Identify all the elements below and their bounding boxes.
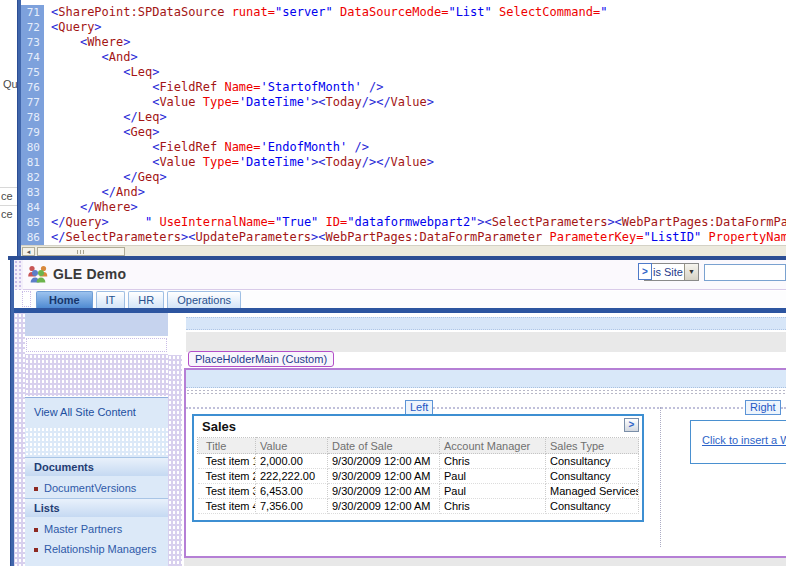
code-text: <FieldRef Name='StartofMonth' /> bbox=[44, 80, 383, 95]
insert-webpart-link[interactable]: Click to insert a W bbox=[702, 434, 786, 446]
clipped-text: ce bbox=[1, 208, 13, 220]
code-line[interactable]: 78 </Leq> bbox=[21, 110, 786, 125]
table-cell: Test item 3 bbox=[198, 484, 256, 499]
scrollbar-thumb[interactable] bbox=[37, 247, 125, 256]
tab-hr[interactable]: HR bbox=[128, 291, 164, 308]
quick-launch-sections: DocumentsDocumentVersionsListsMaster Par… bbox=[25, 457, 168, 557]
line-number: 82 bbox=[21, 170, 44, 185]
code-line[interactable]: 84 </Where> bbox=[21, 200, 786, 215]
table-row[interactable]: Test item 12,000.009/30/2009 12:00 AMChr… bbox=[198, 454, 639, 469]
code-line[interactable]: 71<SharePoint:SPDataSource runat="server… bbox=[21, 5, 786, 20]
table-row[interactable]: Test item 2222,222.009/30/2009 12:00 AMP… bbox=[198, 469, 639, 484]
table-cell: 222,222.00 bbox=[256, 469, 328, 484]
table-cell: Paul bbox=[440, 469, 546, 484]
tab-home[interactable]: Home bbox=[36, 291, 93, 308]
table-header-row: TitleValueDate of SaleAccount ManagerSal… bbox=[198, 438, 639, 454]
table-cell: 9/30/2009 12:00 AM bbox=[328, 469, 440, 484]
column-header: Date of Sale bbox=[328, 438, 440, 454]
search-scope-value: is Site bbox=[653, 266, 683, 278]
template-region-strip bbox=[22, 291, 31, 307]
table-cell: 7,356.00 bbox=[256, 499, 328, 514]
tab-it[interactable]: IT bbox=[96, 291, 126, 308]
line-number: 76 bbox=[21, 80, 44, 95]
chevron-right-icon: > bbox=[642, 266, 648, 277]
line-number: 71 bbox=[21, 5, 44, 20]
code-text: </Where> bbox=[44, 200, 138, 215]
sharepoint-designer-window: Qu ce ce 71<SharePoint:SPDataSource runa… bbox=[0, 0, 786, 566]
sidebar-dotted-region bbox=[25, 427, 168, 455]
sidebar-item-documentversions[interactable]: DocumentVersions bbox=[25, 476, 168, 496]
code-text: <Value Type='DateTime'><Today/></Value> bbox=[44, 95, 434, 110]
people-icon bbox=[27, 264, 49, 285]
sidebar-region-block bbox=[25, 354, 168, 396]
search-input[interactable] bbox=[704, 264, 786, 281]
sidebar-item-relationship-managers[interactable]: Relationship Managers bbox=[25, 537, 168, 557]
table-cell: Test item 4 bbox=[198, 499, 256, 514]
column-header: Account Manager bbox=[440, 438, 546, 454]
dropdown-button[interactable]: ▼ bbox=[684, 264, 698, 280]
view-all-site-content-link[interactable]: View All Site Content bbox=[25, 398, 168, 418]
region-dotted-row bbox=[186, 389, 786, 395]
code-text: <Query> bbox=[44, 20, 102, 35]
region-strip bbox=[186, 370, 786, 388]
webpart-menu-button[interactable]: > bbox=[624, 418, 639, 432]
line-number: 75 bbox=[21, 65, 44, 80]
site-header: GLE Demo > is Site ▼ bbox=[14, 260, 786, 290]
code-line[interactable]: 86</SelectParameters><UpdateParameters><… bbox=[21, 230, 786, 245]
table-cell: Paul bbox=[440, 484, 546, 499]
line-number: 73 bbox=[21, 35, 44, 50]
code-line[interactable]: 72<Query> bbox=[21, 20, 786, 35]
code-line[interactable]: 77 <Value Type='DateTime'><Today/></Valu… bbox=[21, 95, 786, 110]
sidebar-item-label: Master Partners bbox=[44, 523, 122, 535]
line-number: 84 bbox=[21, 200, 44, 215]
sidebar-item-master-partners[interactable]: Master Partners bbox=[25, 517, 168, 537]
code-text: <SharePoint:SPDataSource runat="server" … bbox=[44, 5, 607, 20]
code-line[interactable]: 81 <Value Type='DateTime'><Today/></Valu… bbox=[21, 155, 786, 170]
scroll-left-button[interactable]: ◂ bbox=[22, 247, 35, 256]
sales-webpart[interactable]: Sales > TitleValueDate of SaleAccount Ma… bbox=[192, 414, 644, 522]
placeholder-main-label[interactable]: PlaceHolderMain (Custom) bbox=[188, 351, 334, 367]
code-text: </Geq> bbox=[44, 170, 167, 185]
clipped-left-panel: Qu ce ce bbox=[0, 0, 17, 256]
code-line[interactable]: 76 <FieldRef Name='StartofMonth' /> bbox=[21, 80, 786, 95]
code-line[interactable]: 82 </Geq> bbox=[21, 170, 786, 185]
code-line[interactable]: 85</Query> " UseInternalName="True" ID="… bbox=[21, 215, 786, 230]
divider bbox=[0, 205, 17, 206]
right-webpart-zone: Click to insert a W bbox=[690, 420, 786, 464]
code-line[interactable]: 75 <Leq> bbox=[21, 65, 786, 80]
code-text: </SelectParameters><UpdateParameters><We… bbox=[44, 230, 786, 245]
zone-separator bbox=[660, 407, 661, 547]
line-number: 86 bbox=[21, 230, 44, 245]
code-line[interactable]: 79 <Geq> bbox=[21, 125, 786, 140]
quick-tag-selector[interactable]: > bbox=[638, 263, 652, 280]
table-cell: Chris bbox=[440, 499, 546, 514]
table-cell: 6,453.00 bbox=[256, 484, 328, 499]
code-line[interactable]: 83 </And> bbox=[21, 185, 786, 200]
table-row[interactable]: Test item 36,453.009/30/2009 12:00 AMPau… bbox=[198, 484, 639, 499]
line-number: 81 bbox=[21, 155, 44, 170]
webpart-zone-label-right[interactable]: Right bbox=[745, 400, 781, 415]
code-editor[interactable]: 71<SharePoint:SPDataSource runat="server… bbox=[21, 0, 786, 245]
line-number: 80 bbox=[21, 140, 44, 155]
search-scope-dropdown[interactable]: is Site ▼ bbox=[644, 263, 699, 281]
code-text: <Where> bbox=[44, 35, 131, 50]
code-line[interactable]: 74 <And> bbox=[21, 50, 786, 65]
design-view-surface: GLE Demo > is Site ▼ HomeITHROperations … bbox=[14, 260, 786, 566]
table-cell: 9/30/2009 12:00 AM bbox=[328, 454, 440, 469]
code-line[interactable]: 80 <FieldRef Name='EndofMonth' /> bbox=[21, 140, 786, 155]
clipped-text: Qu bbox=[3, 78, 17, 90]
line-number: 78 bbox=[21, 110, 44, 125]
sidebar-section-header[interactable]: Documents bbox=[25, 457, 168, 476]
horizontal-scrollbar[interactable]: ◂ bbox=[21, 245, 786, 256]
webpart-zone-label-left[interactable]: Left bbox=[405, 400, 433, 415]
tab-operations[interactable]: Operations bbox=[167, 291, 241, 308]
table-cell: Managed Services bbox=[546, 484, 639, 499]
sidebar-section-header[interactable]: Lists bbox=[25, 498, 168, 517]
code-text: <Value Type='DateTime'><Today/></Value> bbox=[44, 155, 434, 170]
template-region-strip bbox=[14, 260, 23, 290]
table-row[interactable]: Test item 47,356.009/30/2009 12:00 AMChr… bbox=[198, 499, 639, 514]
template-region-strip bbox=[168, 355, 182, 566]
bullet-icon bbox=[34, 548, 38, 552]
table-cell: Test item 1 bbox=[198, 454, 256, 469]
code-line[interactable]: 73 <Where> bbox=[21, 35, 786, 50]
